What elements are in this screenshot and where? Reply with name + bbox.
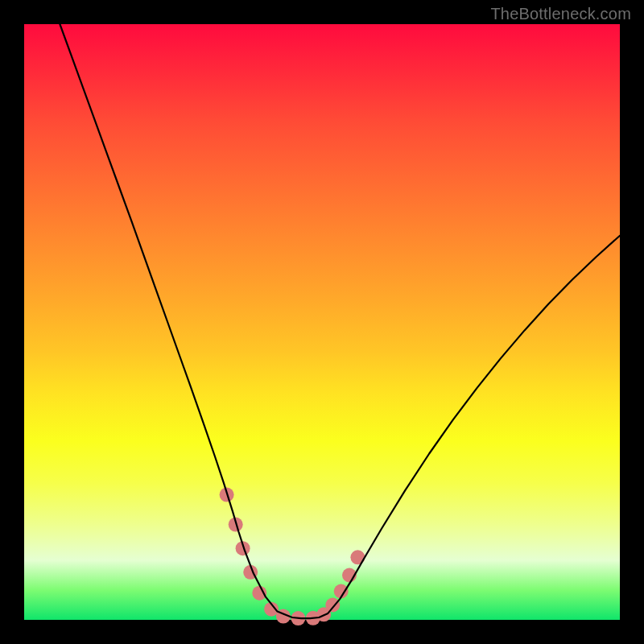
marker-group (220, 488, 365, 626)
bottleneck-curve (60, 24, 620, 618)
watermark-text: TheBottleneck.com (490, 5, 631, 23)
plot-area (24, 24, 620, 620)
plot-overlay (24, 24, 620, 620)
chart-frame: TheBottleneck.com (0, 0, 644, 644)
marker-dot (325, 598, 340, 613)
